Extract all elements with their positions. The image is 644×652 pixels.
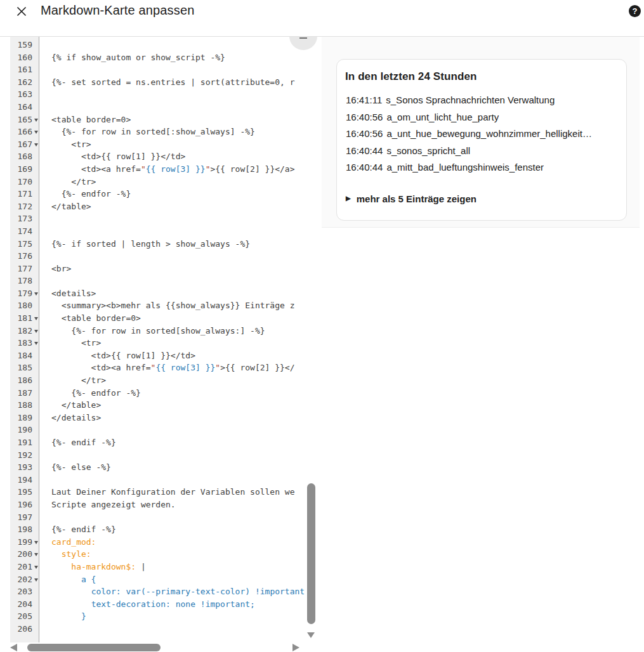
fold-arrow-icon[interactable] [34,553,38,556]
code-line[interactable]: 162{%- set sorted = ns.entries | sort(at… [10,76,306,89]
code-token: {% if show_autom or show_script -%} [51,53,225,62]
code-line[interactable]: 193{%- else -%} [10,461,306,474]
code-line[interactable]: 159 [10,39,306,51]
fold-arrow-icon[interactable] [34,317,38,320]
code-line[interactable]: 177<br> [10,263,306,275]
code-line[interactable]: 165<table border=0> [10,114,306,126]
entry-link[interactable]: a_mitt_bad_lueftungshinweis_fenster [386,162,544,173]
line-gutter: 169 [10,163,39,176]
code-line[interactable]: 185 <td><a href="{{ row[3] }}">{{ row[2]… [10,362,306,374]
code-line[interactable]: 182 {%- for row in sorted[show_always:] … [10,325,306,337]
code-line[interactable]: 190 [10,424,306,436]
code-token: >{{ row[2] }}</ [220,363,294,372]
code-line[interactable]: 197 [10,511,306,524]
code-line[interactable]: 191{%- endif -%} [10,436,306,449]
history-entry: 16:41:11s_Sonos Sprachnachrichten Verwal… [346,92,626,109]
scroll-right-arrow-icon[interactable] [292,644,299,651]
line-gutter: 186 [10,374,39,387]
code-line[interactable]: 186 </tr> [10,374,306,387]
line-number: 191 [18,436,32,449]
line-gutter: 180 [10,299,39,312]
entry-link[interactable]: a_unt_hue_bewegung_wohnzimmer_helligkeit… [386,128,592,139]
code-line[interactable]: 170 </tr> [10,176,306,188]
fold-arrow-icon[interactable] [34,578,38,582]
code-line[interactable]: 195Laut Deiner Konfiguration der Variabl… [10,486,306,499]
code-token: </details> [51,413,101,422]
fold-arrow-icon[interactable] [34,143,38,147]
entry-link[interactable]: s_Sonos Sprachnachrichten Verwaltung [386,95,555,105]
fold-arrow-icon[interactable] [34,566,38,569]
line-number: 205 [18,610,32,623]
code-line[interactable]: 198{%- endif -%} [10,523,306,536]
code-line[interactable]: 178 [10,275,306,287]
fold-arrow-icon[interactable] [34,292,38,296]
fold-arrow-icon[interactable] [34,119,38,122]
entry-link[interactable]: s_sonos_spricht_all [386,145,470,156]
code-line[interactable]: 160{% if show_autom or show_script -%} [10,51,306,64]
horizontal-scrollbar-thumb[interactable] [27,644,161,651]
code-text: text-decoration: none !important; [39,598,306,611]
help-icon[interactable]: ? [629,5,641,17]
vertical-scrollbar-thumb[interactable] [307,483,315,624]
code-line[interactable]: 163 [10,88,306,101]
line-number: 184 [18,349,32,362]
code-line[interactable]: 194 [10,474,306,486]
code-line[interactable]: 206 [10,623,306,636]
code-token: <summary><b>mehr als {{show_always}} Ein… [51,301,295,310]
code-text [39,101,306,114]
code-line[interactable]: 174 [10,225,306,238]
code-line[interactable]: 169 <td><a href="{{ row[3] }}">{{ row[2]… [10,163,306,176]
code-line[interactable]: 175{%- if sorted | length > show_always … [10,238,306,251]
fold-arrow-icon[interactable] [34,131,38,134]
line-number: 178 [18,275,32,287]
line-number: 180 [18,299,32,312]
close-icon[interactable] [15,5,28,18]
line-number: 197 [18,511,32,524]
peek-dash-icon [299,37,307,39]
code-line[interactable]: 187 {%- endfor -%} [10,387,306,400]
code-line[interactable]: 196Scripte angezeigt werden. [10,499,306,511]
line-gutter: 171 [10,188,39,200]
code-line[interactable]: 172</table> [10,200,306,213]
code-line[interactable]: 168 <td>{{ row[1] }}</td> [10,150,306,163]
code-token: {{ row[3] }} [155,363,215,372]
code-line[interactable]: 180 <summary><b>mehr als {{show_always}}… [10,299,306,312]
code-line[interactable]: 204 text-decoration: none !important; [10,598,306,611]
code-token: <tr> [51,338,101,348]
code-line[interactable]: 201 ha-markdown$: | [10,561,306,573]
code-line[interactable]: 203 color: var(--primary-text-color) !im… [10,585,306,598]
fold-arrow-icon[interactable] [34,541,38,544]
code-line[interactable]: 164 [10,101,306,114]
show-more-summary[interactable]: ▶ mehr als 5 Einträge zeigen [346,193,626,204]
code-line[interactable]: 192 [10,449,306,462]
code-line[interactable]: 176 [10,250,306,263]
code-text: {%- set sorted = ns.entries | sort(attri… [39,76,306,89]
code-line[interactable]: 184 <td>{{ row[1] }}</td> [10,349,306,362]
code-line[interactable]: 171 {%- endfor -%} [10,188,306,200]
code-text: {%- if sorted | length > show_always -%} [39,238,306,251]
code-lines[interactable]: 159160{% if show_autom or show_script -%… [10,39,306,636]
code-line[interactable]: 181 <table border=0> [10,312,306,325]
code-text: <table border=0> [39,114,306,126]
code-line[interactable]: 199card_mod: [10,536,306,549]
code-token: </tr> [51,177,96,186]
fold-arrow-icon[interactable] [34,342,38,345]
code-line[interactable]: 188 </table> [10,399,306,412]
scroll-down-arrow-icon[interactable] [307,632,315,638]
entry-time: 16:40:56 [346,128,383,139]
code-line[interactable]: 183 <tr> [10,337,306,349]
scroll-left-arrow-icon[interactable] [10,644,17,651]
entry-link[interactable]: a_om_unt_licht_hue_party [386,112,499,122]
code-line[interactable]: 202 a { [10,573,306,586]
code-line[interactable]: 173 [10,212,306,225]
code-line[interactable]: 205 } [10,610,306,623]
line-gutter: 185 [10,362,39,374]
code-line[interactable]: 200 style: [10,548,306,561]
line-number: 188 [18,399,32,412]
code-line[interactable]: 166 {%- for row in sorted[:show_always] … [10,126,306,138]
fold-arrow-icon[interactable] [34,330,38,333]
code-line[interactable]: 167 <tr> [10,138,306,151]
code-line[interactable]: 179<details> [10,287,306,300]
code-line[interactable]: 189</details> [10,412,306,424]
code-line[interactable]: 161 [10,63,306,76]
